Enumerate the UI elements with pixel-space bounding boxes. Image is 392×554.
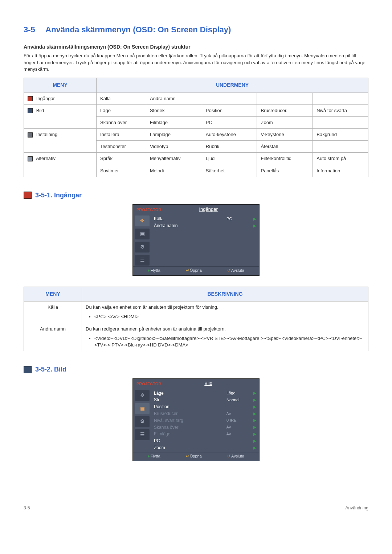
osd-row: Nivå, svart färg: 0 IRE▶ — [153, 417, 257, 424]
table-row: Alternativ Språk Menyalternativ Ljud Fil… — [24, 153, 368, 165]
arrow-right-icon: ▶ — [253, 424, 256, 430]
osd-row-label: Läge — [154, 390, 224, 397]
osd-row-value: : 0 IRE — [224, 418, 253, 423]
section-1-num: 3-5-1. — [35, 191, 52, 200]
submenu-cell: Nivå för svärta — [313, 104, 368, 116]
osd-side-picture-icon: ▣ — [135, 403, 150, 414]
osd-row-label: Källa — [154, 216, 224, 222]
footer-right: Användning — [346, 505, 368, 511]
osd-header: PROJECTOR Ingångar — [133, 205, 259, 214]
picture-section-icon — [24, 366, 32, 373]
submenu-cell: Panellås — [257, 165, 313, 177]
osd-row-value: : Av — [224, 424, 253, 430]
arrow-right-icon: ▶ — [253, 445, 256, 451]
picture-icon — [28, 108, 33, 113]
menu-cell-alternativ: Alternativ — [24, 153, 97, 177]
menu-label: Alternativ — [36, 156, 56, 161]
osd-body: ✥ ▣ ⚙ ☰ Läge: Läge▶Strl: Normal▶Position… — [133, 389, 259, 452]
osd-footer-open: ↵Öppna — [186, 268, 202, 273]
osd-row: Position▶ — [153, 403, 257, 410]
osd-row-label: PC — [154, 438, 224, 444]
osd-title: Bild — [161, 380, 256, 387]
osd-row-value: : Läge — [224, 390, 253, 396]
menu-cell-bild: Bild — [24, 104, 97, 128]
osd-footer-exit: ↺Avsluta — [227, 268, 244, 273]
arrow-right-icon: ▶ — [253, 223, 256, 229]
osd-screenshot-ingangar: PROJECTOR Ingångar ✥ ▣ ⚙ ☰ Källa: PC▶ Än… — [132, 204, 260, 276]
osd-screenshot-bild: PROJECTOR Bild ✥ ▣ ⚙ ☰ Läge: Läge▶Strl: … — [132, 378, 260, 461]
desc-bullet-list: <PC>-<AV>-<HDMI> — [94, 313, 364, 320]
submenu-cell: Menyalternativ — [146, 153, 202, 165]
menu-label: Inställning — [36, 132, 58, 137]
submenu-cell: Testmönster — [97, 141, 146, 153]
osd-row-label: Position — [154, 404, 224, 410]
osd-side-input-icon: ✥ — [135, 390, 150, 401]
osd-row: Skanna över: Av▶ — [153, 424, 257, 431]
osd-sidebar: ✥ ▣ ⚙ ☰ — [133, 389, 152, 452]
submenu-cell: Ändra namn — [146, 93, 202, 104]
osd-row: Läge: Läge▶ — [153, 390, 257, 397]
osd-footer-open: ↵Öppna — [186, 454, 202, 459]
submenu-cell: Position — [202, 104, 257, 116]
input-section-icon — [24, 192, 32, 199]
osd-row-value: : Normal — [224, 397, 253, 403]
submenu-cell: Läge — [97, 104, 146, 116]
osd-row-value: : PC — [224, 216, 253, 222]
osd-spacer — [153, 229, 257, 255]
page-footer: 3-5 Användning — [24, 505, 368, 511]
osd-side-picture-icon: ▣ — [135, 229, 150, 239]
osd-side-setup-icon: ⚙ — [135, 242, 150, 253]
osd-row-label: Filmläge — [154, 431, 224, 437]
menu-cell-ingangar: Ingångar — [24, 93, 97, 104]
osd-footer-exit: ↺Avsluta — [227, 454, 244, 459]
submenu-cell — [202, 93, 257, 104]
th-beskrivning: BESKRIVNING — [82, 287, 368, 301]
osd-side-option-icon: ☰ — [135, 429, 150, 440]
top-rule — [24, 22, 368, 22]
section-2-title: Bild — [54, 365, 66, 374]
desc-bullet-list: <Video>-<DVD>-<Digitalbox>-<Satellitmott… — [94, 335, 364, 348]
osd-main: Källa: PC▶ Ändra namn▶ — [152, 214, 259, 266]
desc-table-head-row: MENY BESKRIVNING — [24, 287, 368, 301]
th-menu: MENY — [24, 287, 82, 301]
heading-title: Använda skärmmenyn (OSD: On Screen Displ… — [45, 25, 231, 34]
menu-table: MENY UNDERMENY Ingångar Källa Ändra namn… — [24, 78, 368, 177]
osd-title: Ingångar — [161, 206, 256, 213]
osd-side-setup-icon: ⚙ — [135, 416, 150, 427]
osd-row-label: Strl — [154, 397, 224, 403]
desc-text-cell: Du kan välja en enhet som är ansluten ti… — [82, 301, 368, 323]
setup-icon — [28, 132, 33, 138]
section-1-heading: 3-5-1. Ingångar — [24, 191, 368, 200]
osd-row-label: Skanna över — [154, 424, 224, 431]
th-menu: MENY — [24, 78, 97, 93]
input-icon — [28, 96, 33, 101]
submenu-cell: Auto-keystone — [202, 129, 257, 141]
desc-bullet: <PC>-<AV>-<HDMI> — [94, 313, 364, 320]
desc-text-cell: Du kan redigera namnen på enheter som är… — [82, 323, 368, 351]
submenu-cell: Källa — [97, 93, 146, 104]
osd-brand: PROJECTOR — [136, 207, 161, 213]
osd-row: Brusreducer.: Av▶ — [153, 410, 257, 417]
osd-row: PC▶ — [153, 438, 257, 444]
submenu-cell: Melodi — [146, 165, 202, 177]
desc-bullet: <Video>-<DVD>-<Digitalbox>-<Satellitmott… — [94, 335, 364, 348]
osd-row-value: : Av — [224, 431, 253, 437]
desc-menu-cell: Ändra namn — [24, 323, 82, 351]
osd-row: Ändra namn▶ — [153, 222, 257, 229]
osd-row-value: : Av — [224, 411, 253, 416]
footer-rule — [24, 483, 368, 483]
submenu-cell — [313, 116, 368, 128]
page-heading: 3-5 Använda skärmmenyn (OSD: On Screen D… — [24, 24, 368, 36]
osd-row-label: Ändra namn — [154, 223, 224, 229]
osd-row-label: Nivå, svart färg — [154, 418, 224, 424]
arrow-right-icon: ▶ — [253, 438, 256, 444]
osd-footer: ♦Flytta ↵Öppna ↺Avsluta — [133, 452, 259, 461]
submenu-cell: Zoom — [257, 116, 313, 128]
submenu-cell: PC — [202, 116, 257, 128]
sub-heading: Använda skärminställningsmenyn (OSD: On … — [24, 44, 368, 51]
arrow-right-icon: ▶ — [253, 216, 256, 222]
arrow-right-icon: ▶ — [253, 390, 256, 396]
desc-text: Du kan redigera namnen på enheter som är… — [86, 326, 226, 332]
osd-brand: PROJECTOR — [136, 381, 161, 387]
desc-menu-cell: Källa — [24, 301, 82, 323]
